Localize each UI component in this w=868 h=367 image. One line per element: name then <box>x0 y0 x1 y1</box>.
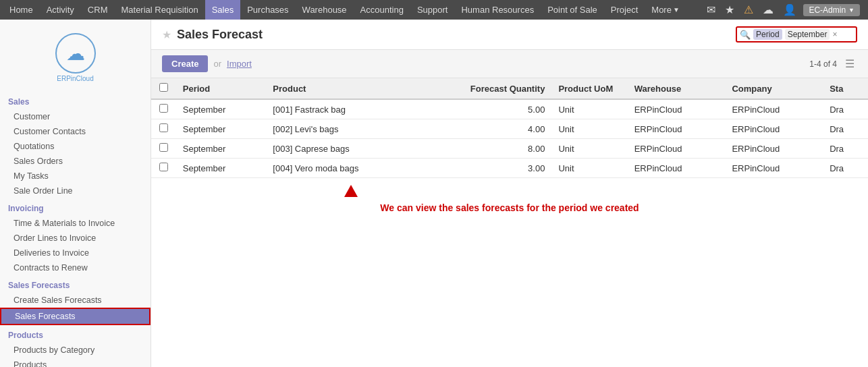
list-view-icon[interactable]: ☰ <box>842 56 857 72</box>
select-all-checkbox[interactable] <box>159 83 168 92</box>
nav-icon-group: ✉ ★ ⚠ ☁ 👤 EC-Admin ▼ <box>699 2 865 18</box>
nav-project[interactable]: Project <box>604 0 645 20</box>
chevron-down-icon: ▼ <box>673 6 680 13</box>
favorite-star-icon[interactable]: ★ <box>162 28 171 41</box>
title-bar: ★ Sales Forecast 🔍 Period September × <box>151 20 868 50</box>
table-row[interactable]: September [002] Levi's bags 4.00 Unit ER… <box>151 119 868 139</box>
user-menu[interactable]: EC-Admin ▼ <box>803 4 860 16</box>
nav-more[interactable]: More ▼ <box>645 0 686 20</box>
logo-area: ☁ ERPinCloud <box>0 26 151 92</box>
annotation-arrow-icon <box>344 185 358 197</box>
sidebar-item-my-tasks[interactable]: My Tasks <box>0 169 151 184</box>
nav-material-requisition[interactable]: Material Requisition <box>114 0 205 20</box>
main-content: ★ Sales Forecast 🔍 Period September × Cr… <box>151 20 868 367</box>
cell-period-3: September <box>176 139 267 159</box>
annotation-area: We can view the sales forecasts for the … <box>151 178 868 220</box>
row-checkbox-2[interactable] <box>151 119 176 139</box>
import-button[interactable]: Import <box>227 59 252 69</box>
nav-crm[interactable]: CRM <box>81 0 115 20</box>
warning-icon[interactable]: ⚠ <box>741 2 756 18</box>
col-header-company[interactable]: Company <box>725 78 823 99</box>
cell-period-4: September <box>176 159 267 178</box>
table-row[interactable]: September [003] Caprese bags 8.00 Unit E… <box>151 139 868 159</box>
cell-uom-2: Unit <box>551 119 627 139</box>
col-header-forecast-qty[interactable]: Forecast Quantity <box>431 78 551 99</box>
cell-status-2: Dra <box>823 119 868 139</box>
cell-uom-1: Unit <box>551 99 627 119</box>
cloud-icon[interactable]: ☁ <box>760 2 776 18</box>
select-all-checkbox-header[interactable] <box>151 78 176 99</box>
cell-period-1: September <box>176 99 267 119</box>
nav-warehouse[interactable]: Warehouse <box>296 0 354 20</box>
sidebar-section-products[interactable]: Products <box>0 325 151 343</box>
sidebar-item-products[interactable]: Products <box>0 358 151 367</box>
create-button[interactable]: Create <box>162 55 208 72</box>
sidebar-item-sales-forecasts[interactable]: Sales Forecasts <box>0 308 151 325</box>
sidebar-section-sales[interactable]: Sales <box>0 92 151 109</box>
sidebar-item-products-by-category[interactable]: Products by Category <box>0 343 151 358</box>
sidebar-item-time-materials[interactable]: Time & Materials to Invoice <box>0 216 151 231</box>
mail-icon[interactable]: ✉ <box>704 2 718 18</box>
top-navigation: Home Activity CRM Material Requisition S… <box>0 0 868 20</box>
col-header-period[interactable]: Period <box>176 78 267 99</box>
row-checkbox-3[interactable] <box>151 139 176 159</box>
sidebar-item-quotations[interactable]: Quotations <box>0 139 151 154</box>
row-checkbox-4[interactable] <box>151 159 176 178</box>
cell-uom-4: Unit <box>551 159 627 178</box>
cloud-logo-icon: ☁ <box>66 43 85 65</box>
nav-activity[interactable]: Activity <box>40 0 81 20</box>
sidebar-section-invoicing[interactable]: Invoicing <box>0 198 151 216</box>
cell-company-4: ERPinCloud <box>725 159 823 178</box>
cell-company-2: ERPinCloud <box>725 119 823 139</box>
col-header-uom[interactable]: Product UoM <box>551 78 627 99</box>
cell-warehouse-1: ERPinCloud <box>628 99 726 119</box>
col-header-warehouse[interactable]: Warehouse <box>628 78 726 99</box>
main-layout: ☁ ERPinCloud Sales Customer Customer Con… <box>0 20 868 367</box>
sidebar-item-order-lines[interactable]: Order Lines to Invoice <box>0 231 151 246</box>
page-title: Sales Forecast <box>177 28 730 42</box>
toolbar-separator: or <box>213 59 221 69</box>
sidebar-item-customer-contacts[interactable]: Customer Contacts <box>0 124 151 139</box>
search-tag-value: September <box>785 29 830 40</box>
cell-period-2: September <box>176 119 267 139</box>
sidebar-section-sales-forecasts[interactable]: Sales Forecasts <box>0 275 151 293</box>
nav-purchases[interactable]: Purchases <box>240 0 295 20</box>
sidebar-item-create-sales-forecasts[interactable]: Create Sales Forecasts <box>0 293 151 308</box>
cell-product-3: [003] Caprese bags <box>266 139 431 159</box>
nav-point-of-sale[interactable]: Point of Sale <box>541 0 604 20</box>
nav-human-resources[interactable]: Human Resources <box>454 0 541 20</box>
sidebar: ☁ ERPinCloud Sales Customer Customer Con… <box>0 20 151 367</box>
table-row[interactable]: September [004] Vero moda bags 3.00 Unit… <box>151 159 868 178</box>
star-icon[interactable]: ★ <box>722 2 737 18</box>
table-header: Period Product Forecast Quantity Product… <box>151 78 868 99</box>
toolbar: Create or Import 1-4 of 4 ☰ <box>151 50 868 78</box>
cell-qty-1: 5.00 <box>431 99 551 119</box>
sidebar-item-deliveries[interactable]: Deliveries to Invoice <box>0 246 151 260</box>
col-header-status[interactable]: Sta <box>823 78 868 99</box>
sidebar-item-sale-order-line[interactable]: Sale Order Line <box>0 184 151 198</box>
logo-circle: ☁ <box>55 33 96 74</box>
row-checkbox-1[interactable] <box>151 99 176 119</box>
search-bar[interactable]: 🔍 Period September × <box>736 26 857 43</box>
cell-company-3: ERPinCloud <box>725 139 823 159</box>
sidebar-item-sales-orders[interactable]: Sales Orders <box>0 154 151 169</box>
cell-status-1: Dra <box>823 99 868 119</box>
data-table-area: Period Product Forecast Quantity Product… <box>151 78 868 367</box>
search-tag-period: Period <box>753 29 782 40</box>
nav-accounting[interactable]: Accounting <box>354 0 410 20</box>
cell-company-1: ERPinCloud <box>725 99 823 119</box>
nav-sales[interactable]: Sales <box>205 0 241 20</box>
annotation-text: We can view the sales forecasts for the … <box>162 202 857 213</box>
avatar-icon[interactable]: 👤 <box>780 2 799 18</box>
cell-product-4: [004] Vero moda bags <box>266 159 431 178</box>
sidebar-item-contracts[interactable]: Contracts to Renew <box>0 260 151 275</box>
nav-home[interactable]: Home <box>3 0 40 20</box>
cell-status-4: Dra <box>823 159 868 178</box>
sidebar-item-customer[interactable]: Customer <box>0 109 151 124</box>
col-header-product[interactable]: Product <box>266 78 431 99</box>
cell-qty-4: 3.00 <box>431 159 551 178</box>
table-row[interactable]: September [001] Fastrack bag 5.00 Unit E… <box>151 99 868 119</box>
cell-warehouse-3: ERPinCloud <box>628 139 726 159</box>
search-close-icon[interactable]: × <box>832 30 837 39</box>
nav-support[interactable]: Support <box>410 0 455 20</box>
